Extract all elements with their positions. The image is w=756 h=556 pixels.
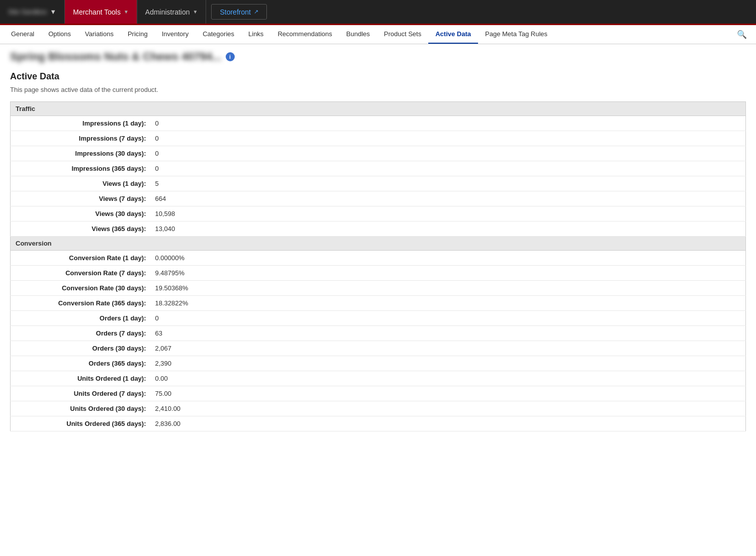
tab-variations[interactable]: Variations xyxy=(78,25,121,44)
impressions-7days-row: Impressions (7 days): 0 xyxy=(11,131,746,146)
views-30days-row: Views (30 days): 10,598 xyxy=(11,206,746,221)
views-7days-label: Views (7 days): xyxy=(11,191,151,206)
units-ordered-30days-value: 2,410.00 xyxy=(151,401,746,416)
merchant-tools-label: Merchant Tools xyxy=(73,8,121,16)
views-7days-row: Views (7 days): 664 xyxy=(11,191,746,206)
conversion-rate-1day-value: 0.00000% xyxy=(151,251,746,266)
tab-product-sets[interactable]: Product Sets xyxy=(377,25,428,44)
units-ordered-30days-row: Units Ordered (30 days): 2,410.00 xyxy=(11,401,746,416)
impressions-365days-row: Impressions (365 days): 0 xyxy=(11,161,746,176)
conversion-rate-365days-row: Conversion Rate (365 days): 18.32822% xyxy=(11,296,746,311)
units-ordered-1day-row: Units Ordered (1 day): 0.00 xyxy=(11,371,746,386)
impressions-1day-label: Impressions (1 day): xyxy=(11,116,151,131)
units-ordered-7days-label: Units Ordered (7 days): xyxy=(11,386,151,401)
units-ordered-7days-value: 75.00 xyxy=(151,386,746,401)
views-7days-value: 664 xyxy=(151,191,746,206)
administration-chevron: ▼ xyxy=(193,9,198,15)
tab-active-data[interactable]: Active Data xyxy=(428,25,478,44)
merchant-tools-nav[interactable]: Merchant Tools ▼ xyxy=(65,0,137,24)
orders-30days-value: 2,067 xyxy=(151,341,746,356)
traffic-group-label: Traffic xyxy=(11,102,746,116)
units-ordered-365days-row: Units Ordered (365 days): 2,836.00 xyxy=(11,416,746,431)
tab-bundles[interactable]: Bundles xyxy=(339,25,377,44)
site-selector-chevron: ▼ xyxy=(50,8,56,16)
info-icon[interactable]: i xyxy=(226,52,235,61)
orders-7days-label: Orders (7 days): xyxy=(11,326,151,341)
conversion-rate-1day-row: Conversion Rate (1 day): 0.00000% xyxy=(11,251,746,266)
units-ordered-365days-value: 2,836.00 xyxy=(151,416,746,431)
tab-categories[interactable]: Categories xyxy=(196,25,241,44)
views-365days-label: Views (365 days): xyxy=(11,221,151,237)
product-title: Spring Blossoms Nuts & Chews 40794... xyxy=(10,50,222,63)
tab-bar: General Options Variations Pricing Inven… xyxy=(0,25,756,44)
orders-7days-row: Orders (7 days): 63 xyxy=(11,326,746,341)
units-ordered-1day-value: 0.00 xyxy=(151,371,746,386)
orders-7days-value: 63 xyxy=(151,326,746,341)
conversion-rate-7days-value: 9.48795% xyxy=(151,266,746,281)
conversion-rate-365days-value: 18.32822% xyxy=(151,296,746,311)
orders-1day-value: 0 xyxy=(151,311,746,326)
active-data-table: Traffic Impressions (1 day): 0 Impressio… xyxy=(10,101,746,431)
site-name: Site Sandbox xyxy=(8,8,47,16)
impressions-7days-label: Impressions (7 days): xyxy=(11,131,151,146)
conversion-rate-30days-label: Conversion Rate (30 days): xyxy=(11,281,151,296)
orders-365days-value: 2,390 xyxy=(151,356,746,371)
traffic-group-header: Traffic xyxy=(11,102,746,116)
storefront-nav[interactable]: Storefront ↗ xyxy=(211,4,266,20)
units-ordered-7days-row: Units Ordered (7 days): 75.00 xyxy=(11,386,746,401)
administration-nav[interactable]: Administration ▼ xyxy=(137,0,207,24)
orders-1day-label: Orders (1 day): xyxy=(11,311,151,326)
impressions-1day-value: 0 xyxy=(151,116,746,131)
external-link-icon: ↗ xyxy=(254,9,258,15)
conversion-group-label: Conversion xyxy=(11,237,746,251)
impressions-7days-value: 0 xyxy=(151,131,746,146)
page-content: Spring Blossoms Nuts & Chews 40794... i … xyxy=(0,44,756,441)
site-selector[interactable]: Site Sandbox ▼ xyxy=(0,0,65,24)
conversion-rate-1day-label: Conversion Rate (1 day): xyxy=(11,251,151,266)
tab-pricing[interactable]: Pricing xyxy=(121,25,155,44)
views-30days-value: 10,598 xyxy=(151,206,746,221)
tab-links[interactable]: Links xyxy=(241,25,270,44)
tab-general[interactable]: General xyxy=(4,25,41,44)
orders-365days-label: Orders (365 days): xyxy=(11,356,151,371)
conversion-group-header: Conversion xyxy=(11,237,746,251)
orders-1day-row: Orders (1 day): 0 xyxy=(11,311,746,326)
orders-365days-row: Orders (365 days): 2,390 xyxy=(11,356,746,371)
units-ordered-365days-label: Units Ordered (365 days): xyxy=(11,416,151,431)
active-data-heading: Active Data xyxy=(10,71,746,82)
tab-options[interactable]: Options xyxy=(41,25,78,44)
views-30days-label: Views (30 days): xyxy=(11,206,151,221)
top-nav: Site Sandbox ▼ Merchant Tools ▼ Administ… xyxy=(0,0,756,25)
conversion-rate-7days-label: Conversion Rate (7 days): xyxy=(11,266,151,281)
conversion-rate-7days-row: Conversion Rate (7 days): 9.48795% xyxy=(11,266,746,281)
views-365days-value: 13,040 xyxy=(151,221,746,237)
conversion-rate-30days-value: 19.50368% xyxy=(151,281,746,296)
tab-recommendations[interactable]: Recommendations xyxy=(270,25,339,44)
views-1day-label: Views (1 day): xyxy=(11,176,151,191)
tab-inventory[interactable]: Inventory xyxy=(155,25,196,44)
orders-30days-label: Orders (30 days): xyxy=(11,341,151,356)
impressions-365days-value: 0 xyxy=(151,161,746,176)
administration-label: Administration xyxy=(145,8,190,16)
active-data-description: This page shows active data of the curre… xyxy=(10,86,746,93)
views-1day-value: 5 xyxy=(151,176,746,191)
storefront-label: Storefront xyxy=(220,8,250,16)
orders-30days-row: Orders (30 days): 2,067 xyxy=(11,341,746,356)
views-1day-row: Views (1 day): 5 xyxy=(11,176,746,191)
impressions-30days-row: Impressions (30 days): 0 xyxy=(11,146,746,161)
impressions-30days-value: 0 xyxy=(151,146,746,161)
product-title-row: Spring Blossoms Nuts & Chews 40794... i xyxy=(10,50,746,63)
impressions-30days-label: Impressions (30 days): xyxy=(11,146,151,161)
views-365days-row: Views (365 days): 13,040 xyxy=(11,221,746,237)
conversion-rate-365days-label: Conversion Rate (365 days): xyxy=(11,296,151,311)
units-ordered-1day-label: Units Ordered (1 day): xyxy=(11,371,151,386)
tab-page-meta-tag-rules[interactable]: Page Meta Tag Rules xyxy=(478,25,554,44)
impressions-365days-label: Impressions (365 days): xyxy=(11,161,151,176)
units-ordered-30days-label: Units Ordered (30 days): xyxy=(11,401,151,416)
merchant-tools-chevron: ▼ xyxy=(124,9,129,15)
conversion-rate-30days-row: Conversion Rate (30 days): 19.50368% xyxy=(11,281,746,296)
impressions-1day-row: Impressions (1 day): 0 xyxy=(11,116,746,131)
tab-search-icon[interactable]: 🔍 xyxy=(732,27,752,42)
